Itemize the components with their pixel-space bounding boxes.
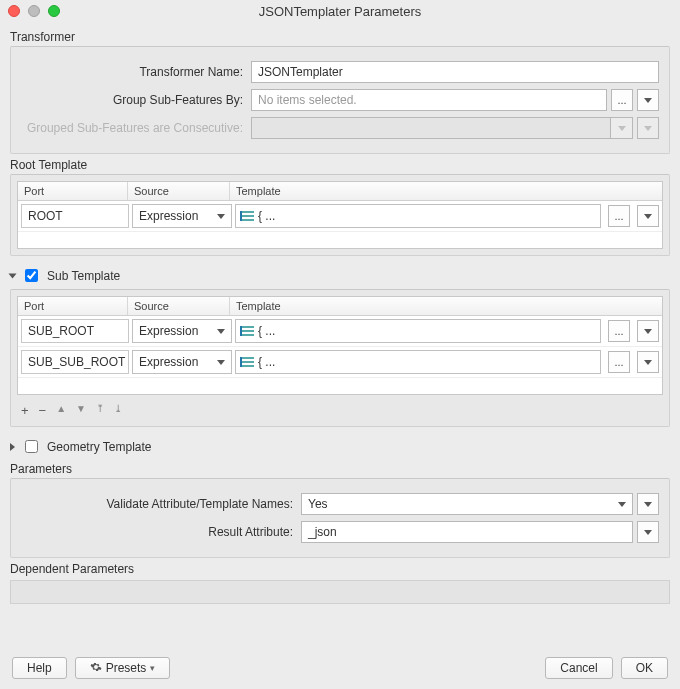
svg-rect-0 xyxy=(240,211,254,213)
chevron-down-icon xyxy=(217,360,225,365)
json-tree-icon xyxy=(240,209,254,223)
parameters-section-label: Parameters xyxy=(10,462,670,476)
sub-port-cell-0[interactable]: SUB_ROOT xyxy=(21,319,129,343)
root-template-section-label: Root Template xyxy=(10,158,670,172)
grouped-consecutive-menu-button xyxy=(637,117,659,139)
validate-menu-button[interactable] xyxy=(637,493,659,515)
svg-rect-4 xyxy=(240,326,254,328)
move-top-button[interactable]: ⤒ xyxy=(96,403,104,418)
footer: Help Presets ▾ Cancel OK xyxy=(10,649,670,689)
geometry-template-disclosure[interactable] xyxy=(10,443,15,451)
sub-source-select-0[interactable]: Expression xyxy=(132,319,232,343)
json-tree-icon xyxy=(240,355,254,369)
remove-row-button[interactable]: − xyxy=(39,403,47,418)
chevron-down-icon xyxy=(217,214,225,219)
sub-template-browse-button-1[interactable]: ... xyxy=(608,351,630,373)
sub-source-select-1[interactable]: Expression xyxy=(132,350,232,374)
root-header-port: Port xyxy=(18,182,128,200)
sub-template-group: Port Source Template SUB_ROOT Expression… xyxy=(10,289,670,427)
svg-rect-8 xyxy=(240,357,254,359)
gear-icon xyxy=(90,661,102,676)
sub-template-toolbar: + − ▲ ▼ ⤒ ⤓ xyxy=(17,395,663,420)
chevron-down-icon xyxy=(618,502,626,507)
sub-header-source: Source xyxy=(128,297,230,315)
grouped-consecutive-select xyxy=(611,117,633,139)
grouped-consecutive-field xyxy=(251,117,611,139)
svg-rect-7 xyxy=(240,326,242,336)
svg-rect-10 xyxy=(240,365,254,367)
window-title: JSONTemplater Parameters xyxy=(0,4,680,19)
root-template-browse-button[interactable]: ... xyxy=(608,205,630,227)
sub-template-browse-button-0[interactable]: ... xyxy=(608,320,630,342)
result-attr-field[interactable]: _json xyxy=(301,521,633,543)
sub-template-menu-button-1[interactable] xyxy=(637,351,659,373)
sub-template-grid: Port Source Template SUB_ROOT Expression… xyxy=(17,296,663,395)
group-by-field[interactable]: No items selected. xyxy=(251,89,607,111)
ok-button[interactable]: OK xyxy=(621,657,668,679)
geometry-template-checkbox[interactable] xyxy=(25,440,38,453)
sub-template-disclosure[interactable] xyxy=(9,273,17,278)
sub-template-menu-button-0[interactable] xyxy=(637,320,659,342)
presets-button[interactable]: Presets ▾ xyxy=(75,657,171,679)
table-row: SUB_ROOT Expression { ... ... xyxy=(18,316,662,347)
sub-template-section-label: Sub Template xyxy=(47,269,120,283)
result-attr-label: Result Attribute: xyxy=(21,525,301,539)
validate-label: Validate Attribute/Template Names: xyxy=(21,497,301,511)
root-port-cell[interactable]: ROOT xyxy=(21,204,129,228)
sub-template-field-0[interactable]: { ... xyxy=(235,319,601,343)
chevron-down-icon xyxy=(217,329,225,334)
transformer-group: Transformer Name: JSONTemplater Group Su… xyxy=(10,46,670,154)
parameters-group: Validate Attribute/Template Names: Yes R… xyxy=(10,478,670,558)
svg-rect-9 xyxy=(240,361,254,363)
add-row-button[interactable]: + xyxy=(21,403,29,418)
move-up-button[interactable]: ▲ xyxy=(56,403,66,418)
cancel-button[interactable]: Cancel xyxy=(545,657,612,679)
svg-rect-1 xyxy=(240,215,254,217)
sub-port-cell-1[interactable]: SUB_SUB_ROOT xyxy=(21,350,129,374)
transformer-section-label: Transformer xyxy=(10,30,670,44)
root-header-source: Source xyxy=(128,182,230,200)
group-by-browse-button[interactable]: ... xyxy=(611,89,633,111)
root-template-group: Port Source Template ROOT Expression { .… xyxy=(10,174,670,256)
sub-header-template: Template xyxy=(230,297,662,315)
root-template-field[interactable]: { ... xyxy=(235,204,601,228)
dependent-parameters-group xyxy=(10,580,670,604)
root-template-grid: Port Source Template ROOT Expression { .… xyxy=(17,181,663,249)
result-attr-menu-button[interactable] xyxy=(637,521,659,543)
transformer-name-field[interactable]: JSONTemplater xyxy=(251,61,659,83)
group-by-label: Group Sub-Features By: xyxy=(21,93,251,107)
transformer-name-label: Transformer Name: xyxy=(21,65,251,79)
json-tree-icon xyxy=(240,324,254,338)
sub-header-port: Port xyxy=(18,297,128,315)
help-button[interactable]: Help xyxy=(12,657,67,679)
dependent-section-label: Dependent Parameters xyxy=(10,562,670,576)
root-source-select[interactable]: Expression xyxy=(132,204,232,228)
group-by-menu-button[interactable] xyxy=(637,89,659,111)
root-template-menu-button[interactable] xyxy=(637,205,659,227)
titlebar: JSONTemplater Parameters xyxy=(0,0,680,22)
svg-rect-11 xyxy=(240,357,242,367)
root-header-template: Template xyxy=(230,182,662,200)
validate-select[interactable]: Yes xyxy=(301,493,633,515)
move-bottom-button[interactable]: ⤓ xyxy=(114,403,122,418)
svg-rect-2 xyxy=(240,219,254,221)
table-row: SUB_SUB_ROOT Expression { ... ... xyxy=(18,347,662,378)
grouped-consecutive-label: Grouped Sub-Features are Consecutive: xyxy=(21,121,251,135)
geometry-template-section-label: Geometry Template xyxy=(47,440,152,454)
sub-template-checkbox[interactable] xyxy=(25,269,38,282)
table-row: ROOT Expression { ... ... xyxy=(18,201,662,232)
sub-template-field-1[interactable]: { ... xyxy=(235,350,601,374)
svg-rect-6 xyxy=(240,334,254,336)
svg-rect-5 xyxy=(240,330,254,332)
svg-rect-3 xyxy=(240,211,242,221)
move-down-button[interactable]: ▼ xyxy=(76,403,86,418)
